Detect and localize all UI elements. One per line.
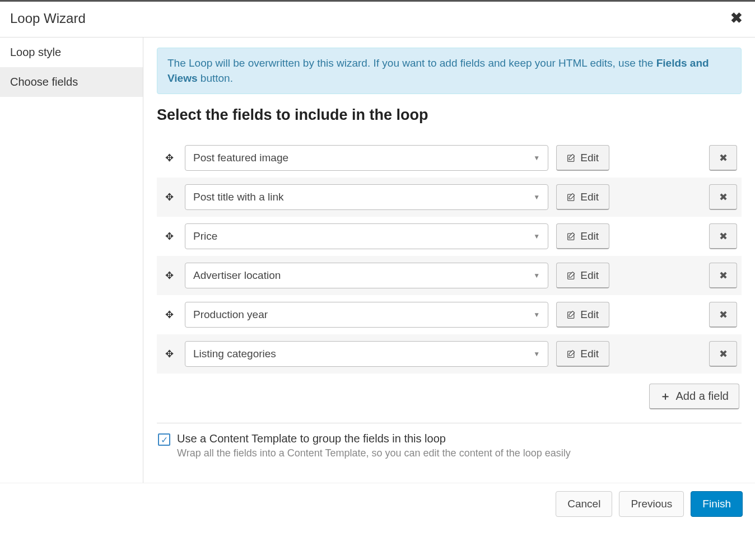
edit-button[interactable]: Edit [556, 263, 609, 288]
sidebar-item-label: Choose fields [10, 76, 78, 88]
finish-label: Finish [702, 498, 731, 510]
cancel-button[interactable]: Cancel [556, 491, 612, 517]
add-field-label: Add a field [675, 390, 729, 403]
field-row: ✥ Production year ▼ Edit ✖ [157, 295, 742, 334]
edit-button[interactable]: Edit [556, 341, 609, 367]
chevron-down-icon: ▼ [533, 232, 540, 240]
field-select[interactable]: Advertiser location ▼ [185, 263, 548, 288]
modal-title: Loop Wizard [10, 11, 86, 26]
wizard-sidebar: Loop style Choose fields [0, 38, 143, 483]
edit-label: Edit [580, 269, 599, 282]
loop-wizard-modal: Loop Wizard ✖ Loop style Choose fields T… [0, 0, 755, 525]
sidebar-item-label: Loop style [10, 46, 61, 58]
content-template-text: Use a Content Template to group the fiel… [177, 432, 571, 459]
cancel-label: Cancel [567, 498, 600, 510]
add-field-row: ＋ Add a field [157, 379, 742, 423]
content-template-desc: Wrap all the fields into a Content Templ… [177, 447, 571, 459]
overwrite-notice: The Loop will be overwritten by this wiz… [157, 48, 742, 94]
modal-header: Loop Wizard ✖ [0, 2, 755, 38]
add-field-button[interactable]: ＋ Add a field [649, 384, 739, 409]
finish-button[interactable]: Finish [691, 491, 743, 517]
remove-button[interactable]: ✖ [709, 184, 737, 210]
move-icon[interactable]: ✥ [161, 309, 177, 321]
close-icon: ✖ [719, 191, 728, 203]
field-select[interactable]: Listing categories ▼ [185, 341, 548, 367]
edit-icon [567, 153, 576, 162]
chevron-down-icon: ▼ [533, 311, 540, 319]
edit-icon [567, 193, 576, 202]
edit-button[interactable]: Edit [556, 302, 609, 328]
chevron-down-icon: ▼ [533, 154, 540, 162]
close-icon[interactable]: ✖ [730, 10, 743, 27]
field-row: ✥ Advertiser location ▼ Edit ✖ [157, 256, 742, 295]
move-icon[interactable]: ✥ [161, 152, 177, 164]
remove-button[interactable]: ✖ [709, 341, 737, 367]
field-select[interactable]: Post title with a link ▼ [185, 184, 548, 210]
close-icon: ✖ [719, 348, 728, 360]
edit-label: Edit [580, 152, 599, 164]
edit-icon [567, 232, 576, 241]
field-select-label: Post title with a link [193, 191, 284, 203]
field-select-label: Price [193, 230, 217, 242]
notice-text-suffix: button. [198, 72, 233, 84]
edit-label: Edit [580, 348, 599, 360]
field-row: ✥ Post featured image ▼ Edit ✖ [157, 138, 742, 178]
previous-label: Previous [631, 498, 672, 510]
close-icon: ✖ [719, 269, 728, 282]
wizard-main: The Loop will be overwritten by this wiz… [143, 38, 755, 483]
content-template-checkbox[interactable]: ✓ [158, 433, 170, 446]
modal-footer: Cancel Previous Finish [0, 483, 755, 525]
close-icon: ✖ [719, 152, 728, 164]
field-select-label: Listing categories [193, 348, 276, 360]
modal-body: Loop style Choose fields The Loop will b… [0, 38, 755, 483]
edit-button[interactable]: Edit [556, 223, 609, 249]
remove-button[interactable]: ✖ [709, 223, 737, 249]
field-rows: ✥ Post featured image ▼ Edit ✖ ✥ [157, 138, 742, 374]
field-select[interactable]: Post featured image ▼ [185, 145, 548, 171]
close-icon: ✖ [719, 309, 728, 321]
edit-icon [567, 349, 576, 358]
edit-icon [567, 310, 576, 319]
field-select[interactable]: Production year ▼ [185, 302, 548, 328]
edit-button[interactable]: Edit [556, 145, 609, 171]
close-icon: ✖ [719, 230, 728, 242]
section-title: Select the fields to include in the loop [157, 106, 742, 124]
remove-button[interactable]: ✖ [709, 263, 737, 288]
edit-icon [567, 271, 576, 280]
plus-icon: ＋ [660, 389, 671, 404]
content-template-option: ✓ Use a Content Template to group the fi… [157, 432, 742, 459]
move-icon[interactable]: ✥ [161, 269, 177, 282]
previous-button[interactable]: Previous [619, 491, 684, 517]
field-row: ✥ Post title with a link ▼ Edit ✖ [157, 178, 742, 217]
move-icon[interactable]: ✥ [161, 348, 177, 360]
field-select-label: Production year [193, 309, 268, 321]
chevron-down-icon: ▼ [533, 272, 540, 279]
field-row: ✥ Listing categories ▼ Edit ✖ [157, 334, 742, 374]
edit-label: Edit [580, 191, 599, 203]
chevron-down-icon: ▼ [533, 350, 540, 358]
notice-text-prefix: The Loop will be overwritten by this wiz… [167, 57, 656, 69]
field-select-label: Advertiser location [193, 269, 281, 282]
field-row: ✥ Price ▼ Edit ✖ [157, 217, 742, 256]
edit-label: Edit [580, 309, 599, 321]
remove-button[interactable]: ✖ [709, 302, 737, 328]
content-template-title: Use a Content Template to group the fiel… [177, 432, 571, 445]
edit-button[interactable]: Edit [556, 184, 609, 210]
edit-label: Edit [580, 230, 599, 242]
chevron-down-icon: ▼ [533, 193, 540, 201]
sidebar-item-choose-fields[interactable]: Choose fields [0, 67, 143, 97]
field-select[interactable]: Price ▼ [185, 223, 548, 249]
move-icon[interactable]: ✥ [161, 191, 177, 203]
divider [157, 423, 742, 423]
move-icon[interactable]: ✥ [161, 230, 177, 242]
field-select-label: Post featured image [193, 152, 288, 164]
remove-button[interactable]: ✖ [709, 145, 737, 171]
sidebar-item-loop-style[interactable]: Loop style [0, 38, 143, 67]
